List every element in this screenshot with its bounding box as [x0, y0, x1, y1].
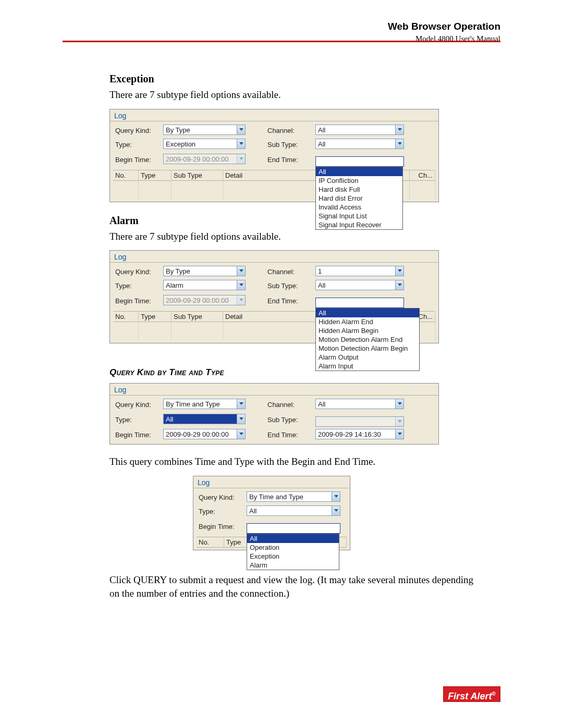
- dropdown-list[interactable]: All Operation Exception Alarm: [247, 534, 339, 570]
- chevron-down-icon: [332, 492, 340, 501]
- option[interactable]: Hard disk Full: [316, 185, 402, 194]
- label-begin-time: Begin Time:: [113, 152, 161, 168]
- dropdown-list[interactable]: All Hidden Alarm End Hidden Alarm Begin …: [315, 308, 420, 371]
- form-grid: Query Kind: By Type Channel: All Type: E…: [113, 124, 406, 168]
- option[interactable]: Motion Detection Alarm End: [316, 335, 419, 344]
- label-channel: Channel:: [265, 398, 313, 412]
- form-grid: Query Kind: By Time and Type Channel: Al…: [113, 398, 406, 442]
- chevron-down-icon: [237, 266, 245, 276]
- select-type[interactable]: All: [247, 505, 340, 516]
- divider: [110, 262, 438, 263]
- select-query-kind[interactable]: By Type: [163, 125, 246, 135]
- chevron-down-icon: [395, 266, 403, 276]
- chevron-down-icon: [237, 399, 245, 409]
- registered-icon: ®: [492, 691, 495, 697]
- chevron-down-icon: [237, 414, 245, 424]
- chevron-down-icon: [237, 295, 245, 305]
- col-sub-type: Sub Type: [172, 170, 223, 180]
- label-query-kind: Query Kind:: [113, 265, 161, 279]
- select-type[interactable]: Alarm: [163, 280, 246, 290]
- panel-title: Log: [193, 476, 350, 487]
- divider: [193, 488, 350, 488]
- divider: [110, 121, 438, 121]
- select-type[interactable]: All: [163, 414, 246, 424]
- select-query-kind[interactable]: By Time and Type: [247, 491, 340, 502]
- footer-paragraph: Click QUERY to submit a request and view…: [109, 573, 480, 600]
- option[interactable]: Signal Input Recover: [316, 220, 402, 229]
- option[interactable]: Invalid Access: [316, 203, 402, 212]
- select-end-time[interactable]: 2009-09-29 14:16:30: [315, 429, 404, 439]
- col-no: No.: [197, 537, 224, 547]
- chevron-down-icon: [237, 154, 245, 164]
- select-begin-time: 2009-09-29 00:00:00: [163, 295, 246, 305]
- option[interactable]: All: [316, 309, 419, 317]
- select-sub-type[interactable]: All: [315, 139, 404, 149]
- select-begin-time[interactable]: 2009-09-29 00:00:00: [163, 429, 246, 439]
- select-begin-time-open[interactable]: All Operation Exception Alarm: [247, 523, 340, 534]
- exception-intro: There are 7 subtype field options availa…: [109, 88, 480, 102]
- option[interactable]: Signal Input List: [316, 212, 402, 220]
- chevron-down-icon: [395, 417, 403, 426]
- form-grid: Query Kind: By Type Channel: 1 Type: Ala…: [113, 265, 406, 309]
- option[interactable]: Alarm: [247, 561, 339, 570]
- option[interactable]: All: [247, 534, 339, 543]
- chevron-down-icon: [395, 399, 403, 409]
- select-end-time-open[interactable]: All Hidden Alarm End Hidden Alarm Begin …: [315, 298, 404, 308]
- dropdown-list[interactable]: All IP Confliction Hard disk Full Hard d…: [315, 167, 403, 230]
- select-sub-type: [315, 416, 404, 427]
- label-type: Type:: [113, 279, 161, 293]
- label-end-time: End Time:: [265, 428, 313, 442]
- select-query-kind[interactable]: By Type: [163, 266, 246, 276]
- option[interactable]: IP Confliction: [316, 176, 402, 185]
- label-sub-type: Sub Type:: [265, 138, 313, 152]
- chevron-down-icon: [395, 429, 403, 439]
- option[interactable]: Hidden Alarm End: [316, 317, 419, 326]
- select-channel[interactable]: All: [315, 125, 404, 135]
- content: Exception There are 7 subtype field opti…: [109, 73, 480, 600]
- time-type-after: This query combines Time and Type with t…: [109, 455, 480, 468]
- log-panel-time-type: Log Query Kind: By Time and Type Channel…: [109, 383, 439, 445]
- col-sub-type: Sub Type: [172, 312, 223, 322]
- header-rule: [63, 41, 500, 42]
- chevron-down-icon: [237, 429, 245, 439]
- option[interactable]: All: [316, 167, 402, 176]
- chevron-down-icon: [332, 506, 340, 515]
- label-sub-type: Sub Type:: [265, 279, 313, 293]
- chevron-down-icon: [395, 125, 403, 134]
- form-grid: Query Kind: By Time and Type Type: All B…: [197, 490, 342, 535]
- log-panel-type-dropdown: Log Query Kind: By Time and Type Type: A…: [193, 476, 350, 550]
- brand-logo: First Alert®: [443, 686, 500, 702]
- select-end-time-open[interactable]: All IP Confliction Hard disk Full Hard d…: [315, 156, 404, 167]
- select-channel[interactable]: All: [315, 399, 404, 409]
- select-type[interactable]: Exception: [163, 139, 246, 149]
- divider: [110, 395, 438, 396]
- option[interactable]: Alarm Input: [316, 362, 419, 371]
- label-begin-time: Begin Time:: [113, 428, 161, 442]
- option[interactable]: Exception: [247, 552, 339, 561]
- option[interactable]: Operation: [247, 543, 339, 552]
- log-panel-exception: Log Query Kind: By Type Channel: All Typ…: [109, 109, 439, 202]
- section-heading-time-type: Query Kind by Time and Type: [109, 367, 480, 378]
- label-query-kind: Query Kind:: [197, 490, 244, 504]
- option[interactable]: Hard dist Error: [316, 194, 402, 203]
- alarm-intro: There are 7 subtype field options availa…: [109, 230, 480, 243]
- chevron-down-icon: [237, 139, 245, 149]
- panel-title: Log: [110, 384, 438, 394]
- col-ch: Ch...: [410, 170, 435, 180]
- label-type: Type:: [197, 504, 244, 519]
- option[interactable]: Motion Detection Alarm Begin: [316, 344, 419, 353]
- section-heading-exception: Exception: [109, 73, 480, 85]
- chevron-down-icon: [395, 139, 403, 149]
- col-type: Type: [139, 312, 172, 322]
- col-type: Type: [139, 170, 172, 180]
- panel-title: Log: [110, 109, 438, 120]
- option[interactable]: Alarm Output: [316, 353, 419, 362]
- select-channel[interactable]: 1: [315, 266, 404, 276]
- chevron-down-icon: [237, 125, 245, 134]
- select-query-kind[interactable]: By Time and Type: [163, 399, 246, 409]
- option[interactable]: Hidden Alarm Begin: [316, 326, 419, 335]
- select-sub-type[interactable]: All: [315, 280, 404, 290]
- label-type: Type:: [113, 412, 161, 428]
- log-panel-alarm: Log Query Kind: By Type Channel: 1 Type:…: [109, 250, 439, 343]
- chevron-down-icon: [395, 280, 403, 290]
